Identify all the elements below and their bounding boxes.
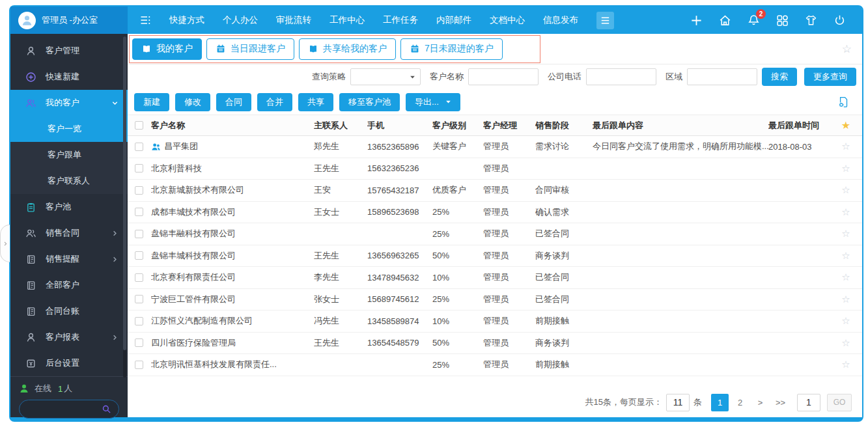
goto-page-input[interactable]: [797, 394, 820, 411]
topbar-menu-item-work-tasks[interactable]: 工作任务: [374, 14, 427, 26]
table-row[interactable]: 盘锦丰融科技有限公司25%管理员已签合同☆: [128, 223, 862, 245]
favorite-page-star-icon[interactable]: ☆: [842, 42, 852, 56]
sidebar-item-sales-contract[interactable]: 销售合同: [10, 220, 128, 246]
row-checkbox[interactable]: [135, 164, 143, 172]
sidebar-item-customer-follow[interactable]: 客户跟单: [10, 142, 128, 168]
sidebar-item-quick-create[interactable]: 快速新建: [10, 64, 128, 90]
row-star-icon[interactable]: ☆: [837, 250, 862, 262]
sidebar-item-customer-management[interactable]: 客户管理: [10, 38, 128, 64]
filter-select-query-strategy[interactable]: [350, 68, 421, 85]
create-button[interactable]: 新建: [134, 93, 169, 111]
export-button[interactable]: 导出...: [406, 93, 460, 111]
topbar-menu-item-shortcuts[interactable]: 快捷方式: [160, 14, 214, 26]
pagination-next-page[interactable]: >: [751, 394, 769, 411]
filter-input-customer-name[interactable]: [468, 68, 539, 85]
topbar-menu-item-internal-mail[interactable]: 内部邮件: [427, 14, 481, 26]
table-row[interactable]: 北京利普科技王先生15632365236管理员☆: [128, 158, 862, 180]
topbar-menu-item-work-center[interactable]: 工作中心: [320, 14, 374, 26]
sidebar-scrollbar[interactable]: [123, 36, 126, 378]
row-checkbox[interactable]: [135, 143, 143, 151]
table-row[interactable]: 盘锦丰城科技有限公司王先生1365696326550%管理员商务谈判☆: [128, 245, 862, 268]
filter-input-company-phone[interactable]: [586, 68, 656, 85]
add-icon[interactable]: [690, 14, 703, 27]
sidebar-item-contract-ledger[interactable]: 合同台账: [10, 298, 128, 324]
table-row[interactable]: 北京赛利有限责任公司李先生1347894563210%管理员已签合同☆: [128, 267, 862, 289]
row-star-icon[interactable]: ☆: [837, 359, 862, 370]
theme-shirt-icon[interactable]: [804, 14, 818, 27]
notification-badge: 2: [756, 9, 766, 19]
sidebar-item-label: 全部客户: [46, 279, 79, 291]
row-star-icon[interactable]: ☆: [837, 315, 862, 327]
topbar-menu-item-document-center[interactable]: 文档中心: [481, 14, 534, 26]
row-checkbox[interactable]: [135, 338, 143, 347]
topbar-menu-item-approval-flow[interactable]: 审批流转: [267, 14, 320, 26]
go-button[interactable]: GO: [827, 394, 852, 411]
pagination-page-1[interactable]: 1: [711, 394, 729, 411]
per-page-input[interactable]: [666, 394, 690, 411]
sidebar-item-customer-list[interactable]: 客户一览: [10, 116, 128, 142]
table-row[interactable]: 成都丰城技术有限公司王女士1589652369825%管理员确认需求☆: [128, 202, 862, 224]
row-checkbox[interactable]: [135, 208, 143, 216]
row-checkbox[interactable]: [135, 251, 143, 260]
export-settings-icon[interactable]: [837, 96, 850, 109]
table-row[interactable]: 江苏恒义汽配制造有限公司冯先生1345858987410%管理员前期接触☆: [128, 310, 862, 333]
menu-collapse-icon[interactable]: [139, 14, 152, 27]
sidebar-item-customer-contacts[interactable]: 客户联系人: [10, 168, 128, 194]
tab-seven-day-unfollowed[interactable]: 7日未跟进的客户: [400, 38, 503, 60]
row-checkbox[interactable]: [135, 273, 143, 282]
row-star-icon[interactable]: ☆: [837, 206, 862, 218]
sidebar-item-customer-pool[interactable]: 客户池: [10, 194, 128, 220]
search-icon[interactable]: [102, 404, 111, 414]
sidebar-item-backend-settings[interactable]: 后台设置: [10, 350, 128, 376]
row-star-icon[interactable]: ☆: [837, 337, 862, 349]
merge-button[interactable]: 合并: [257, 93, 292, 111]
bell-icon[interactable]: 2: [747, 14, 761, 27]
sidebar-item-all-customers[interactable]: 全部客户: [10, 272, 128, 298]
sidebar-item-sales-reminder[interactable]: 销售提醒: [10, 246, 128, 272]
tab-shared-to-me[interactable]: 共享给我的客户: [299, 38, 396, 60]
move-to-pool-button[interactable]: 移至客户池: [339, 93, 400, 111]
row-checkbox[interactable]: [135, 230, 143, 238]
select-all-checkbox[interactable]: [135, 121, 143, 130]
row-checkbox[interactable]: [135, 295, 143, 303]
table-row[interactable]: 宁波巨工管件有限公司张女士1568974561225%管理员已签合同☆: [128, 289, 862, 311]
cell-level: 25%: [432, 229, 483, 239]
home-icon[interactable]: [718, 14, 732, 27]
filter-input-region[interactable]: [687, 68, 757, 85]
logout-power-icon[interactable]: [833, 14, 847, 27]
row-checkbox[interactable]: [135, 361, 143, 369]
table-row[interactable]: 四川省医疗保险管理局王先生1365454857950%管理员商务谈判☆: [128, 333, 862, 355]
table-row[interactable]: 昌平集团郑先生13652365896关键客户管理员需求讨论今日同客户交流了使用需…: [128, 136, 862, 158]
row-star-icon[interactable]: ☆: [837, 271, 862, 283]
sidebar-item-my-customers[interactable]: 我的客户: [10, 90, 128, 116]
row-star-icon[interactable]: ☆: [837, 163, 862, 174]
row-star-icon[interactable]: ☆: [837, 141, 862, 152]
pagination-page-2[interactable]: 2: [731, 394, 749, 411]
more-query-button[interactable]: 更多查询: [804, 68, 856, 86]
sidebar-bottom: 在线 1 人: [10, 376, 128, 425]
topbar-menu-item-info-publish[interactable]: 信息发布: [534, 14, 587, 26]
topbar-menu-item-personal-office[interactable]: 个人办公: [214, 14, 267, 26]
row-checkbox[interactable]: [135, 186, 143, 195]
tab-today-followed[interactable]: 当日跟进客户: [206, 38, 294, 60]
tab-my-customers[interactable]: 我的客户: [132, 38, 202, 60]
row-star-icon[interactable]: ☆: [837, 294, 862, 305]
row-star-icon[interactable]: ☆: [837, 228, 862, 240]
row-checkbox[interactable]: [135, 317, 143, 325]
sidebar-search-input[interactable]: [27, 404, 102, 414]
share-button[interactable]: 共享: [298, 93, 333, 111]
table-row[interactable]: 北京新城新技术有限公司王安15765432187优质客户管理员合同审核☆: [128, 180, 862, 202]
apps-grid-icon[interactable]: [776, 14, 789, 27]
table-row[interactable]: 北京明讯恒基科技发展有限责任...25%管理员前期接触☆: [128, 354, 862, 376]
cell-manager: 管理员: [483, 206, 535, 218]
sidebar-item-customer-report[interactable]: 客户报表: [10, 324, 128, 350]
contract-button[interactable]: 合同: [216, 93, 251, 111]
sidebar-collapse-handle[interactable]: [0, 225, 10, 262]
menu-more-icon[interactable]: [596, 12, 614, 29]
edit-button[interactable]: 修改: [175, 93, 210, 111]
search-button[interactable]: 搜索: [762, 68, 797, 86]
topbar-user-section[interactable]: 管理员 -办公室: [10, 7, 128, 34]
pagination-last-page[interactable]: >>: [772, 394, 789, 411]
header-star-icon[interactable]: ★: [837, 119, 862, 131]
row-star-icon[interactable]: ☆: [837, 184, 862, 196]
